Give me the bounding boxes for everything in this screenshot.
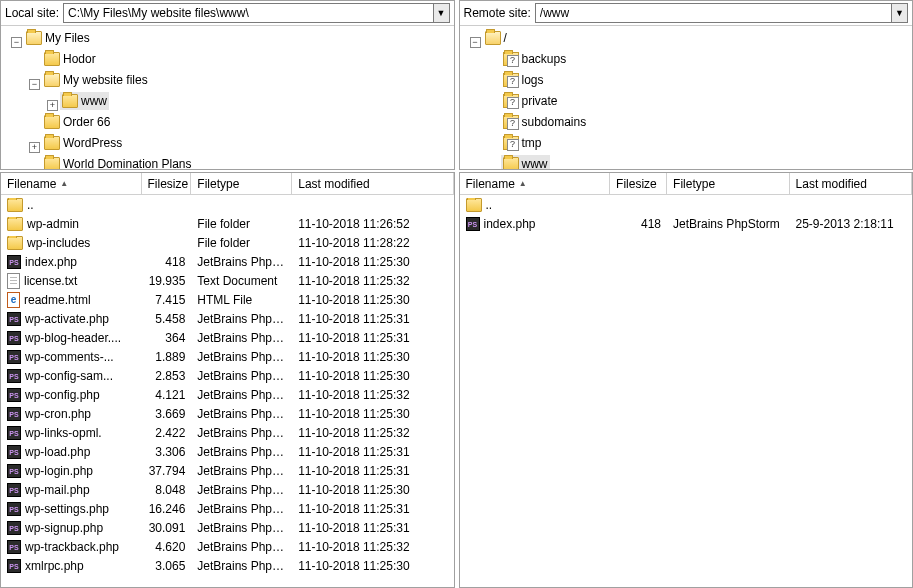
local-rows[interactable]: ..wp-adminFile folder11-10-2018 11:26:52… (1, 195, 454, 587)
tree-node-label: logs (522, 71, 544, 89)
file-modified: 11-10-2018 11:25:30 (292, 483, 453, 497)
sort-asc-icon: ▲ (60, 179, 68, 188)
column-header[interactable]: Filesize (142, 173, 192, 194)
tree-node[interactable]: Order 66 (42, 113, 112, 131)
tree-node-label: WordPress (63, 134, 122, 152)
local-path-input[interactable] (64, 4, 432, 22)
remote-path-input[interactable] (536, 4, 891, 22)
phpstorm-file-icon (7, 331, 21, 345)
column-header[interactable]: Last modified (790, 173, 912, 194)
phpstorm-file-icon (7, 521, 21, 535)
tree-node[interactable]: WordPress (42, 134, 124, 152)
local-path-combo[interactable]: ▼ (63, 3, 449, 23)
file-size: 37.794 (142, 464, 192, 478)
file-name: wp-load.php (25, 445, 90, 459)
folder-icon (44, 115, 60, 129)
file-row[interactable]: wp-signup.php30.091JetBrains PhpS...11-1… (1, 518, 454, 537)
tree-node[interactable]: tmp (501, 134, 544, 152)
tree-node[interactable]: My website files (42, 71, 150, 89)
local-tree[interactable]: −My FilesHodor−My website files+wwwOrder… (1, 26, 454, 169)
tree-node-label: Order 66 (63, 113, 110, 131)
tree-node[interactable]: My Files (24, 29, 92, 47)
tree-node-label: tmp (522, 134, 542, 152)
file-name: .. (486, 198, 493, 212)
column-header[interactable]: Filename▲ (460, 173, 611, 194)
file-row[interactable]: wp-links-opml.2.422JetBrains PhpS...11-1… (1, 423, 454, 442)
file-row[interactable]: wp-trackback.php4.620JetBrains PhpS...11… (1, 537, 454, 556)
file-row[interactable]: wp-config-sam...2.853JetBrains PhpS...11… (1, 366, 454, 385)
phpstorm-file-icon (7, 483, 21, 497)
folder-icon (485, 31, 501, 45)
column-header-label: Filename (466, 177, 515, 191)
file-name: wp-blog-header.... (25, 331, 121, 345)
column-header[interactable]: Filetype (191, 173, 292, 194)
file-row[interactable]: xmlrpc.php3.065JetBrains PhpS...11-10-20… (1, 556, 454, 575)
file-row[interactable]: wp-blog-header....364JetBrains PhpS...11… (1, 328, 454, 347)
file-name: wp-links-opml. (25, 426, 102, 440)
html-file-icon (7, 292, 20, 308)
file-row[interactable]: wp-mail.php8.048JetBrains PhpS...11-10-2… (1, 480, 454, 499)
file-row[interactable]: wp-includesFile folder11-10-2018 11:28:2… (1, 233, 454, 252)
dropdown-icon[interactable]: ▼ (433, 4, 449, 22)
file-row[interactable]: wp-comments-...1.889JetBrains PhpS...11-… (1, 347, 454, 366)
file-name: wp-activate.php (25, 312, 109, 326)
file-modified: 11-10-2018 11:26:52 (292, 217, 453, 231)
column-header[interactable]: Filesize (610, 173, 667, 194)
remote-tree[interactable]: −/backupslogsprivatesubdomainstmpwww (460, 26, 913, 169)
tree-node-label: subdomains (522, 113, 587, 131)
remote-path-combo[interactable]: ▼ (535, 3, 908, 23)
file-size: 1.889 (142, 350, 192, 364)
file-row[interactable]: .. (460, 195, 913, 214)
folder-icon (503, 157, 519, 169)
tree-expander[interactable]: + (29, 142, 40, 153)
remote-rows[interactable]: ..index.php418JetBrains PhpStorm25-9-201… (460, 195, 913, 587)
file-row[interactable]: license.txt19.935Text Document11-10-2018… (1, 271, 454, 290)
file-row[interactable]: index.php418JetBrains PhpS...11-10-2018 … (1, 252, 454, 271)
tree-expander[interactable]: + (47, 100, 58, 111)
file-row[interactable]: wp-load.php3.306JetBrains PhpS...11-10-2… (1, 442, 454, 461)
column-header[interactable]: Last modified (292, 173, 453, 194)
file-size: 2.853 (142, 369, 192, 383)
file-row[interactable]: wp-adminFile folder11-10-2018 11:26:52 (1, 214, 454, 233)
file-name: wp-trackback.php (25, 540, 119, 554)
file-modified: 11-10-2018 11:25:31 (292, 331, 453, 345)
column-header-label: Filetype (197, 177, 239, 191)
tree-expander[interactable]: − (29, 79, 40, 90)
dropdown-icon[interactable]: ▼ (891, 4, 907, 22)
file-row[interactable]: wp-cron.php3.669JetBrains PhpS...11-10-2… (1, 404, 454, 423)
file-type: HTML File (191, 293, 292, 307)
local-file-list: Filename▲FilesizeFiletypeLast modified .… (0, 172, 455, 588)
column-header[interactable]: Filename▲ (1, 173, 142, 194)
tree-node[interactable]: Hodor (42, 50, 98, 68)
file-size: 30.091 (142, 521, 192, 535)
file-name: wp-settings.php (25, 502, 109, 516)
file-name: wp-comments-... (25, 350, 114, 364)
tree-node[interactable]: www (60, 92, 109, 110)
file-row[interactable]: index.php418JetBrains PhpStorm25-9-2013 … (460, 214, 913, 233)
phpstorm-file-icon (7, 407, 21, 421)
tree-node[interactable]: subdomains (501, 113, 589, 131)
tree-expander[interactable]: − (470, 37, 481, 48)
tree-node[interactable]: logs (501, 71, 546, 89)
file-icon (7, 273, 20, 289)
tree-node[interactable]: / (483, 29, 509, 47)
file-row[interactable]: wp-login.php37.794JetBrains PhpS...11-10… (1, 461, 454, 480)
file-row[interactable]: wp-activate.php5.458JetBrains PhpS...11-… (1, 309, 454, 328)
folder-unknown-icon (503, 136, 519, 150)
remote-path-label: Remote site: (464, 6, 531, 20)
file-row[interactable]: wp-config.php4.121JetBrains PhpS...11-10… (1, 385, 454, 404)
tree-node[interactable]: backups (501, 50, 569, 68)
tree-node[interactable]: private (501, 92, 560, 110)
folder-unknown-icon (503, 73, 519, 87)
remote-pathbar: Remote site: ▼ (460, 1, 913, 26)
file-modified: 11-10-2018 11:25:30 (292, 255, 453, 269)
file-row[interactable]: .. (1, 195, 454, 214)
tree-node[interactable]: World Domination Plans (42, 155, 194, 169)
local-path-label: Local site: (5, 6, 59, 20)
file-row[interactable]: readme.html7.415HTML File11-10-2018 11:2… (1, 290, 454, 309)
file-row[interactable]: wp-settings.php16.246JetBrains PhpS...11… (1, 499, 454, 518)
column-header[interactable]: Filetype (667, 173, 789, 194)
file-type: JetBrains PhpS... (191, 407, 292, 421)
tree-node[interactable]: www (501, 155, 550, 169)
tree-expander[interactable]: − (11, 37, 22, 48)
